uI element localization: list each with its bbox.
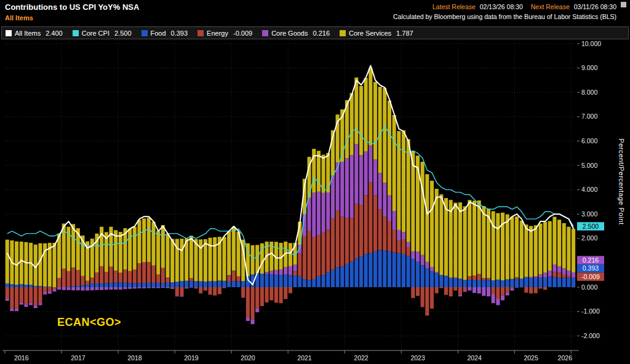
legend-swatch [6,30,12,36]
svg-text:2019: 2019 [184,354,199,362]
legend-value: 2.500 [114,30,132,37]
legend-item-core-cpi[interactable]: Core CPI2.500 [73,30,132,37]
svg-text:0.000: 0.000 [581,283,597,291]
svg-text:0.216: 0.216 [583,256,599,264]
svg-text:6.000: 6.000 [581,137,597,144]
svg-text:10.000: 10.000 [581,40,601,47]
legend-value: -0.009 [233,30,252,37]
svg-text:2021: 2021 [297,354,312,362]
legend-item-food[interactable]: Food0.393 [142,30,188,37]
legend-swatch [73,30,79,36]
legend-label: Food [151,30,166,37]
legend-value: 0.393 [171,30,188,37]
svg-text:2020: 2020 [241,354,255,362]
svg-text:2026: 2026 [558,354,573,362]
legend-item-core-goods[interactable]: Core Goods0.216 [262,30,330,37]
next-release-value: 03/11/26 08:30 [574,3,616,10]
legend-item-energy[interactable]: Energy-0.009 [197,30,252,37]
svg-text:2.500: 2.500 [583,223,599,230]
svg-text:2.000: 2.000 [581,234,597,242]
legend-value: 0.216 [313,30,330,37]
cpi-contributions-chart[interactable]: 2016201720182019202020212022202320242025… [0,39,630,364]
svg-text:9.000: 9.000 [581,64,597,71]
svg-text:2025: 2025 [524,354,538,362]
latest-release-value: 02/13/26 08:30 [480,3,523,10]
legend: All Items2.400Core CPI2.500Food0.393Ener… [1,26,629,39]
svg-text:2023: 2023 [410,354,425,362]
legend-value: 1.787 [396,30,413,37]
chart-header: Contributions to US CPI YoY% NSA All Ite… [0,0,630,26]
svg-text:2018: 2018 [127,354,142,362]
svg-text:5.000: 5.000 [581,162,597,169]
y-axis-title: Percent/Percentage Point [618,138,625,225]
last-value-badge: -0.009 [577,272,604,281]
svg-text:-2.000: -2.000 [581,332,600,339]
svg-text:-0.009: -0.009 [581,273,600,280]
legend-item-core-services[interactable]: Core Services1.787 [340,30,413,37]
svg-text:8.000: 8.000 [581,89,597,96]
legend-swatch [142,30,148,36]
legend-swatch [262,30,268,36]
svg-text:-1.000: -1.000 [581,307,600,315]
legend-item-all-items[interactable]: All Items2.400 [6,30,63,37]
svg-text:2022: 2022 [354,354,369,362]
svg-text:3.000: 3.000 [581,210,597,218]
stacked-bars [6,68,575,324]
last-value-badge: 0.393 [577,264,604,273]
legend-label: Core Services [349,30,391,37]
header-left: Contributions to US CPI YoY% NSA All Ite… [5,2,139,23]
last-value-badge: 0.216 [577,256,604,264]
gridlines [5,44,576,350]
svg-text:7.000: 7.000 [581,113,597,120]
legend-label: All Items [15,30,41,37]
svg-text:2024: 2024 [467,354,482,362]
y-axis: 10.0009.0008.0007.0006.0005.0004.0003.00… [577,40,601,339]
svg-text:0.393: 0.393 [583,264,599,272]
legend-swatch [340,30,346,36]
release-info: Latest Release 02/13/26 08:30 Next Relea… [393,3,616,10]
ecan-annotation: ECAN<GO> [57,316,121,329]
source-note: Calculated by Bloomberg using data from … [393,13,616,20]
next-release-label: Next Release [531,3,570,10]
bloomberg-chart-window: Contributions to US CPI YoY% NSA All Ite… [0,0,630,364]
header-right: Latest Release 02/13/26 08:30 Next Relea… [393,3,616,23]
svg-text:4.000: 4.000 [581,186,597,193]
page-title: Contributions to US CPI YoY% NSA [5,2,139,12]
svg-text:2016: 2016 [14,354,29,362]
last-value-badge: 2.500 [577,222,604,231]
legend-label: Core CPI [82,30,110,37]
x-axis: 2016201720182019202020212022202320242025… [2,350,579,362]
latest-release-label: Latest Release [433,3,476,10]
chart-subtitle[interactable]: All Items [5,14,139,22]
legend-value: 2.400 [46,30,63,37]
window-control-box[interactable] [621,2,626,7]
legend-label: Energy [207,30,228,37]
svg-text:2017: 2017 [71,354,86,362]
legend-label: Core Goods [271,30,308,37]
legend-swatch [197,30,204,36]
